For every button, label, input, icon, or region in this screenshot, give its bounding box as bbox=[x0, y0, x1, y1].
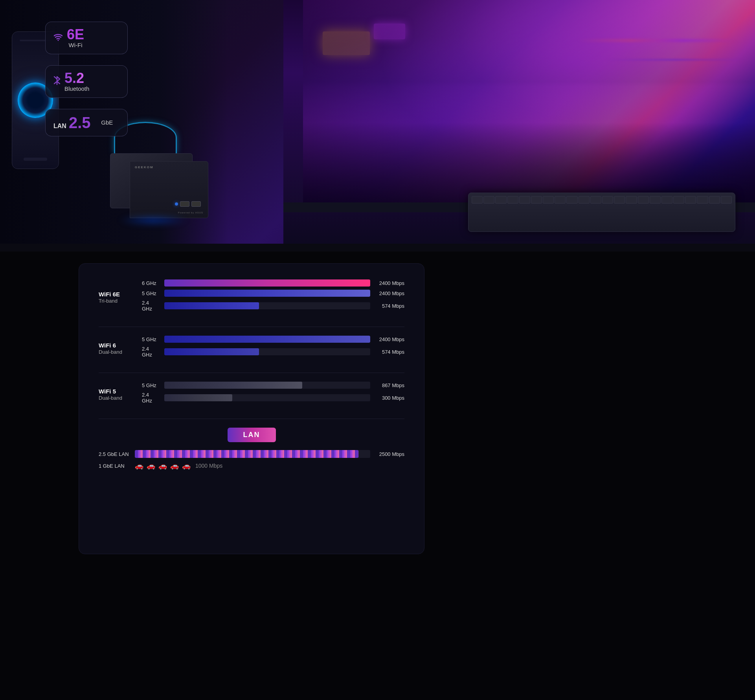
bottom-section: WiFi 6E Tri-band 6 GHz 2400 Mbps bbox=[0, 252, 755, 700]
speed-25gbe: 2500 Mbps bbox=[375, 451, 404, 457]
bt-badge-content: 5.2 Bluetooth bbox=[64, 71, 89, 92]
wifi6e-section: WiFi 6E Tri-band 6 GHz 2400 Mbps bbox=[99, 279, 404, 315]
vehicle-icon-5: 🚗 bbox=[182, 462, 191, 470]
usb-port-1 bbox=[180, 201, 189, 207]
speed-5ghz-6e: 2400 Mbps bbox=[375, 290, 404, 296]
speed-24ghz-6: 574 Mbps bbox=[375, 349, 404, 355]
wifi6-title: WiFi 6 bbox=[99, 342, 134, 349]
lan-prefix: LAN bbox=[53, 123, 66, 130]
pc-glow bbox=[118, 215, 189, 225]
bar-25gbe-fill bbox=[135, 450, 358, 458]
bar-6ghz-container bbox=[164, 279, 370, 287]
wifi6e-title: WiFi 6E bbox=[99, 290, 134, 298]
freq-24ghz-6e: 2.4 GHz bbox=[142, 300, 160, 312]
wifi5-5ghz-row: 5 GHz 867 Mbps bbox=[142, 382, 404, 389]
speed-24ghz-6e: 574 Mbps bbox=[375, 303, 404, 309]
bar-5ghz-5-fill bbox=[164, 382, 302, 389]
vehicle-icon-3: 🚗 bbox=[158, 462, 167, 470]
divider-2 bbox=[99, 373, 404, 373]
wifi6-group: WiFi 6 Dual-band 5 GHz 2400 Mbps 2.4 GHz bbox=[99, 336, 404, 361]
wifi5-label-col: WiFi 5 Dual-band bbox=[99, 382, 134, 407]
hero-background: 6E Wi-Fi 5.2 Bluetooth LAN 2.5 GbE bbox=[0, 0, 755, 244]
wifi5-title: WiFi 5 bbox=[99, 388, 134, 395]
wifi6e-bars: 6 GHz 2400 Mbps 5 GHz 2400 Mbps bbox=[142, 279, 404, 315]
wifi6e-5ghz-row: 5 GHz 2400 Mbps bbox=[142, 290, 404, 297]
lan-1gbe-row: 1 GbE LAN 🚗 🚗 🚗 🚗 🚗 1000 Mbps bbox=[99, 462, 404, 470]
lan-25gbe-label: 2.5 GbE LAN bbox=[99, 451, 130, 457]
svg-point-0 bbox=[58, 40, 59, 41]
wifi-version: 6E bbox=[67, 28, 84, 42]
bar-5ghz-6e-container bbox=[164, 290, 370, 297]
speed-5ghz-6: 2400 Mbps bbox=[375, 336, 404, 342]
divider-3 bbox=[99, 419, 404, 419]
lan-25gbe-row: 2.5 GbE LAN 2500 Mbps bbox=[99, 450, 404, 458]
bar-25gbe-container bbox=[135, 450, 370, 458]
bar-24ghz-5-container bbox=[164, 394, 370, 401]
freq-5ghz-6e: 5 GHz bbox=[142, 290, 160, 296]
bar-5ghz-6-container bbox=[164, 336, 370, 343]
wifi6-bars: 5 GHz 2400 Mbps 2.4 GHz 574 Mbps bbox=[142, 336, 404, 361]
vehicle-icon-2: 🚗 bbox=[147, 462, 155, 470]
wifi6e-24ghz-row: 2.4 GHz 574 Mbps bbox=[142, 300, 404, 312]
wifi6e-subtitle: Tri-band bbox=[99, 298, 134, 304]
powered-by-label: Powered by ASUS bbox=[178, 211, 203, 214]
speed-6ghz: 2400 Mbps bbox=[375, 280, 404, 286]
wifi6-label-col: WiFi 6 Dual-band bbox=[99, 336, 134, 361]
wifi5-section: WiFi 5 Dual-band 5 GHz 867 Mbps 2.4 GHz bbox=[99, 382, 404, 407]
monitor-screen bbox=[303, 0, 755, 204]
bar-24ghz-6-fill bbox=[164, 348, 259, 355]
lan-title-badge: LAN bbox=[228, 428, 276, 442]
bar-5ghz-6e-fill bbox=[164, 290, 370, 297]
pc-brand-logo: GEEKOM bbox=[135, 165, 154, 169]
wifi5-subtitle: Dual-band bbox=[99, 395, 134, 401]
power-button bbox=[175, 202, 178, 206]
wifi-label: Wi-Fi bbox=[67, 42, 84, 48]
speed-5ghz-5: 867 Mbps bbox=[375, 382, 404, 388]
vehicle-icon-1: 🚗 bbox=[135, 462, 143, 470]
wifi-badge-content: 6E Wi-Fi bbox=[67, 28, 84, 48]
wifi6-5ghz-row: 5 GHz 2400 Mbps bbox=[142, 336, 404, 343]
wifi6e-6ghz-row: 6 GHz 2400 Mbps bbox=[142, 279, 404, 287]
bluetooth-icon bbox=[53, 76, 61, 88]
vehicle-icon-4: 🚗 bbox=[170, 462, 179, 470]
bt-version: 5.2 bbox=[64, 71, 84, 85]
speed-24ghz-5: 300 Mbps bbox=[375, 395, 404, 401]
freq-24ghz-6: 2.4 GHz bbox=[142, 346, 160, 358]
lan-badge: LAN 2.5 GbE bbox=[45, 109, 128, 136]
lan-label-wrapper: GbE bbox=[95, 119, 120, 126]
lan-1gbe-label: 1 GbE LAN bbox=[99, 463, 130, 469]
freq-24ghz-5: 2.4 GHz bbox=[142, 392, 160, 404]
wifi6e-label-col: WiFi 6E Tri-band bbox=[99, 279, 134, 315]
lan-version: 2.5 bbox=[69, 115, 91, 130]
lan-badge-content: LAN 2.5 bbox=[53, 115, 91, 130]
wifi6-section: WiFi 6 Dual-band 5 GHz 2400 Mbps 2.4 GHz bbox=[99, 336, 404, 361]
lan-title-area: LAN bbox=[99, 428, 404, 442]
speed-1gbe: 1000 Mbps bbox=[195, 463, 222, 469]
bar-1gbe-container: 🚗 🚗 🚗 🚗 🚗 1000 Mbps bbox=[135, 462, 404, 470]
wifi5-bars: 5 GHz 867 Mbps 2.4 GHz 300 Mbps bbox=[142, 382, 404, 407]
connectivity-badges: 6E Wi-Fi 5.2 Bluetooth LAN 2.5 GbE bbox=[45, 22, 128, 136]
freq-5ghz-5: 5 GHz bbox=[142, 382, 160, 388]
lan-chart-section: LAN 2.5 GbE LAN 2500 Mbps 1 GbE LAN 🚗 🚗 bbox=[99, 428, 404, 470]
divider-1 bbox=[99, 327, 404, 327]
wifi5-group: WiFi 5 Dual-band 5 GHz 867 Mbps 2.4 GHz bbox=[99, 382, 404, 407]
chart-panel: WiFi 6E Tri-band 6 GHz 2400 Mbps bbox=[79, 263, 424, 554]
bar-24ghz-5-fill bbox=[164, 394, 232, 401]
wifi6-24ghz-row: 2.4 GHz 574 Mbps bbox=[142, 346, 404, 358]
bar-24ghz-6-container bbox=[164, 348, 370, 355]
usb-port-2 bbox=[191, 201, 201, 207]
bar-5ghz-5-container bbox=[164, 382, 370, 389]
freq-5ghz-6: 5 GHz bbox=[142, 336, 160, 342]
lan-icons-row: 🚗 🚗 🚗 🚗 🚗 1000 Mbps bbox=[135, 462, 404, 470]
wifi-icon bbox=[53, 33, 63, 43]
wifi-badge: 6E Wi-Fi bbox=[45, 22, 128, 54]
wifi6-subtitle: Dual-band bbox=[99, 349, 134, 355]
wifi6e-group: WiFi 6E Tri-band 6 GHz 2400 Mbps bbox=[99, 279, 404, 315]
bar-24ghz-6e-container bbox=[164, 302, 370, 309]
freq-6ghz: 6 GHz bbox=[142, 280, 160, 286]
wifi5-24ghz-row: 2.4 GHz 300 Mbps bbox=[142, 392, 404, 404]
mini-pc-device: GEEKOM Powered by ASUS bbox=[110, 153, 208, 218]
bluetooth-badge: 5.2 Bluetooth bbox=[45, 65, 128, 98]
lan-label: GbE bbox=[101, 119, 113, 126]
keyboard-device bbox=[468, 193, 735, 232]
